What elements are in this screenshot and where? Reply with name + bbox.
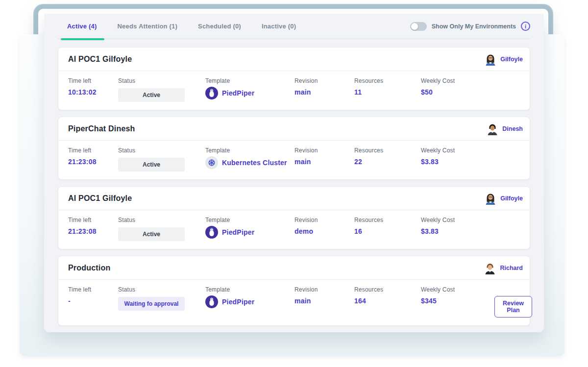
tab-needs-attention[interactable]: Needs Attention (1)	[107, 14, 188, 39]
weekly-cost-label: Weekly Cost	[421, 77, 494, 84]
environment-card: AI POC1 Gilfoyle Gilfoyle Time left 10:1…	[58, 47, 530, 110]
environment-card: PiperChat Dinesh Dinesh Time left 21:23:…	[58, 117, 530, 180]
template-label: Template	[205, 217, 294, 223]
revision-cell: Revision main	[294, 147, 354, 166]
tab-active[interactable]: Active (4)	[58, 14, 107, 39]
card-header: AI POC1 Gilfoyle Gilfoyle	[58, 187, 530, 210]
gilfoyle-avatar	[485, 192, 496, 205]
weekly-cost-value: $345	[421, 297, 494, 305]
dinesh-avatar	[487, 122, 498, 135]
time-left-cell: Time left 10:13:02	[68, 77, 118, 96]
revision-label: Revision	[294, 217, 354, 223]
time-left-label: Time left	[68, 77, 118, 84]
revision-label: Revision	[294, 147, 354, 154]
weekly-cost-cell: Weekly Cost $3.83	[421, 217, 494, 235]
resources-value: 16	[354, 227, 421, 235]
template-label: Template	[205, 77, 294, 84]
revision-value: main	[294, 297, 354, 305]
owner-name: Gilfoyle	[500, 56, 523, 63]
template-cell: Template PiedPiper	[205, 217, 294, 239]
owner-name: Gilfoyle	[500, 195, 523, 202]
time-left-cell: Time left -	[68, 286, 118, 305]
resources-cell: Resources 164	[354, 286, 421, 305]
piedpiper-icon	[205, 295, 218, 308]
resources-cell: Resources 11	[354, 77, 421, 96]
environment-title: AI POC1 Gilfoyle	[68, 194, 132, 203]
show-only-my-environments-toggle[interactable]	[410, 22, 427, 31]
owner-name: Richard	[500, 265, 523, 271]
show-only-my-environments-control: Show Only My Environments i	[410, 22, 530, 31]
revision-label: Revision	[294, 286, 354, 293]
kubernetes-icon	[205, 156, 218, 169]
card-header: AI POC1 Gilfoyle Gilfoyle	[58, 48, 530, 71]
tab-scheduled[interactable]: Scheduled (0)	[188, 14, 251, 39]
status-cell: Status Waiting fo approval	[118, 286, 205, 311]
template-cell: Template PiedPiper	[205, 286, 294, 308]
piedpiper-icon	[205, 226, 218, 239]
resources-label: Resources	[354, 286, 421, 293]
gilfoyle-avatar	[485, 53, 496, 66]
status-label: Status	[118, 217, 205, 223]
template-label: Template	[205, 286, 294, 293]
status-label: Status	[118, 77, 205, 84]
owner-chip[interactable]: Gilfoyle	[485, 192, 523, 205]
template-value: PiedPiper	[222, 298, 254, 306]
time-left-cell: Time left 21:23:08	[68, 217, 118, 235]
toggle-label: Show Only My Environments	[432, 23, 516, 30]
review-plan-button[interactable]: Review Plan	[494, 296, 532, 318]
owner-chip[interactable]: Gilfoyle	[485, 53, 523, 66]
tab-inactive[interactable]: Inactive (0)	[251, 14, 306, 39]
revision-cell: Revision main	[294, 77, 354, 96]
revision-cell: Revision demo	[294, 217, 354, 235]
revision-cell: Revision main	[294, 286, 354, 305]
owner-chip[interactable]: Dinesh	[487, 122, 523, 135]
card-detail-row: Time left 21:23:08 Status Active Templat…	[58, 210, 530, 249]
weekly-cost-value: $3.83	[421, 158, 494, 166]
weekly-cost-label: Weekly Cost	[421, 286, 494, 293]
resources-value: 164	[354, 297, 421, 305]
time-left-value: 21:23:08	[68, 158, 118, 166]
time-left-value: -	[68, 297, 118, 305]
resources-value: 22	[354, 158, 421, 166]
action-cell: Review Plan	[494, 286, 534, 318]
environment-title: AI POC1 Gilfoyle	[68, 55, 132, 64]
weekly-cost-cell: Weekly Cost $345	[421, 286, 494, 305]
revision-label: Revision	[294, 77, 354, 84]
revision-value: main	[294, 158, 354, 166]
card-detail-row: Time left 21:23:08 Status Active Templat…	[58, 141, 530, 179]
status-cell: Status Active	[118, 147, 205, 171]
environments-dashboard: Active (4) Needs Attention (1) Scheduled…	[44, 14, 544, 332]
resources-label: Resources	[354, 77, 421, 84]
resources-cell: Resources 16	[354, 217, 421, 235]
template-value: PiedPiper	[222, 89, 254, 97]
revision-value: demo	[294, 227, 354, 235]
resources-label: Resources	[354, 217, 421, 223]
revision-value: main	[294, 88, 354, 96]
time-left-label: Time left	[68, 217, 118, 223]
owner-name: Dinesh	[502, 125, 523, 132]
environment-title: Production	[68, 264, 110, 272]
environment-title: PiperChat Dinesh	[68, 124, 135, 133]
template-cell: Template Kubernetes Cluster	[205, 147, 294, 169]
time-left-value: 10:13:02	[68, 88, 118, 96]
tab-bar: Active (4) Needs Attention (1) Scheduled…	[58, 14, 530, 39]
template-value: Kubernetes Cluster	[222, 159, 287, 167]
status-badge: Waiting fo approval	[118, 297, 185, 311]
resources-value: 11	[354, 88, 421, 96]
status-badge: Active	[118, 158, 185, 171]
card-header: PiperChat Dinesh Dinesh	[58, 117, 530, 141]
template-value: PiedPiper	[222, 228, 254, 236]
time-left-cell: Time left 21:23:08	[68, 147, 118, 166]
toggle-knob	[411, 23, 418, 30]
card-detail-row: Time left 10:13:02 Status Active Templat…	[58, 71, 530, 110]
owner-chip[interactable]: Richard	[484, 262, 523, 274]
richard-avatar	[484, 262, 496, 274]
template-label: Template	[205, 147, 294, 154]
card-detail-row: Time left - Status Waiting fo approval T…	[58, 280, 530, 325]
status-label: Status	[118, 286, 205, 293]
weekly-cost-label: Weekly Cost	[421, 217, 494, 223]
template-cell: Template PiedPiper	[205, 77, 294, 99]
weekly-cost-cell: Weekly Cost $50	[421, 77, 494, 96]
info-icon[interactable]: i	[521, 22, 530, 31]
resources-label: Resources	[354, 147, 421, 154]
